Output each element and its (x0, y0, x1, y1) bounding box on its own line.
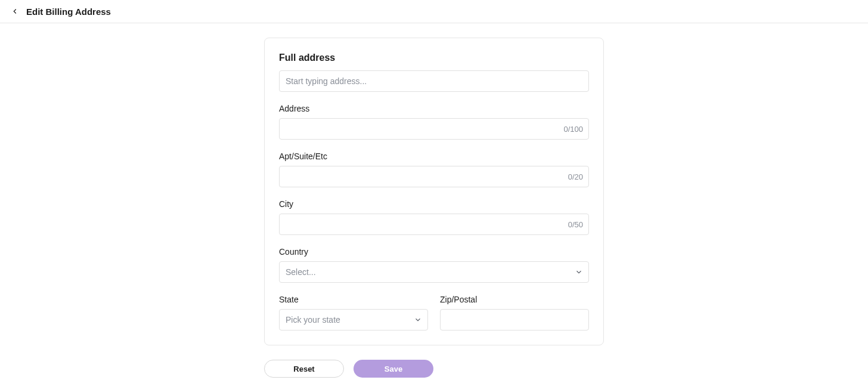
city-group: City 0/50 (279, 199, 589, 235)
address-label: Address (279, 104, 589, 113)
state-label: State (279, 295, 428, 304)
reset-button[interactable]: Reset (264, 360, 344, 378)
content-area: Full address Address 0/100 Apt/Suite/Etc… (0, 23, 868, 383)
city-label: City (279, 199, 589, 209)
country-group: Country Select... (279, 247, 589, 283)
full-address-label: Full address (279, 52, 589, 63)
back-button[interactable] (10, 6, 20, 17)
billing-address-form: Full address Address 0/100 Apt/Suite/Etc… (264, 38, 604, 345)
state-select[interactable]: Pick your state (279, 309, 428, 331)
page-title: Edit Billing Address (26, 7, 111, 17)
chevron-left-icon (11, 7, 19, 16)
country-label: Country (279, 247, 589, 257)
state-group: State Pick your state (279, 295, 428, 331)
full-address-group: Full address (279, 52, 589, 92)
zip-group: Zip/Postal (440, 295, 589, 331)
save-button[interactable]: Save (354, 360, 433, 378)
button-row: Reset Save (264, 360, 604, 378)
zip-input[interactable] (440, 309, 589, 331)
country-select[interactable]: Select... (279, 261, 589, 283)
apt-input[interactable] (279, 166, 589, 187)
address-input[interactable] (279, 118, 589, 140)
address-group: Address 0/100 (279, 104, 589, 140)
full-address-input[interactable] (279, 70, 589, 92)
apt-group: Apt/Suite/Etc 0/20 (279, 152, 589, 187)
zip-label: Zip/Postal (440, 295, 589, 304)
state-zip-row: State Pick your state Zip/Postal (279, 295, 589, 331)
apt-label: Apt/Suite/Etc (279, 152, 589, 161)
page-header: Edit Billing Address (0, 0, 868, 23)
city-input[interactable] (279, 214, 589, 235)
